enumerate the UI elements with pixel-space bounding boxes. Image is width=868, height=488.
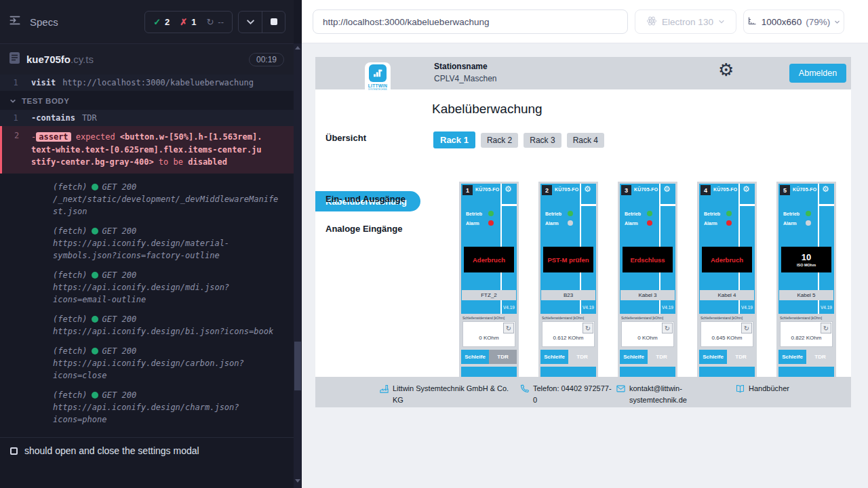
collapse-button[interactable] (239, 12, 262, 33)
status-display: PST-M prüfen (543, 247, 593, 272)
schleife-button[interactable]: Schleife (540, 350, 568, 364)
fetch-log-list: (fetch) GET 200 /_next/static/developmen… (0, 182, 294, 426)
tdr-button[interactable]: TDR (727, 350, 755, 364)
tdr-button[interactable]: TDR (489, 350, 517, 364)
next-test-row[interactable]: should open and close the settings modal (0, 437, 294, 464)
tdr-button[interactable]: TDR (806, 350, 834, 364)
firmware-version: V4.19 (741, 305, 753, 310)
device-card: 2 KÜ705-FO ⚙ Betrieb Alarm PST-M prüfen (538, 182, 598, 377)
footer-email: kontakt@littwin-systemtechnik.de (616, 383, 701, 406)
book-icon (735, 384, 745, 396)
tab-rack-4[interactable]: Rack 4 (567, 133, 604, 148)
spec-duration-badge: 00:19 (249, 53, 284, 66)
logout-button[interactable]: Abmelden (789, 64, 846, 83)
refresh-icon[interactable]: ↻ (503, 323, 514, 333)
tab-rack-1[interactable]: Rack 1 (433, 131, 475, 148)
resistance-label: Schleifenwiderstand [kOhm] (780, 316, 822, 320)
fetch-log-entry[interactable]: (fetch) GET 200 https://api.iconify.desi… (53, 314, 294, 338)
tdr-button[interactable]: TDR (648, 350, 675, 364)
card-gear-icon[interactable]: ⚙ (743, 185, 750, 193)
alarm-row: Alarm (545, 220, 573, 226)
scroll-up-arrow[interactable] (295, 46, 300, 49)
fetch-url: /_next/static/development/_devMiddleware… (53, 193, 282, 218)
refresh-icon[interactable]: ↻ (583, 323, 593, 333)
tdr-button[interactable]: TDR (568, 350, 596, 364)
stat-failed: ✗1 (180, 17, 196, 27)
card-gear-icon[interactable]: ⚙ (505, 185, 512, 193)
tab-rack-3[interactable]: Rack 3 (524, 133, 561, 148)
page-title: Kabelüberwachung (432, 102, 542, 117)
sidebar-item-analoge-eingaenge[interactable]: Analoge Eingänge (326, 224, 402, 234)
browser-select[interactable]: Electron 130 (635, 9, 736, 34)
fetch-log-entry[interactable]: (fetch) GET 200 https://api.iconify.desi… (53, 346, 294, 382)
settings-gear-icon[interactable]: ⚙ (718, 61, 734, 79)
stat-passed: ✓2 (153, 17, 170, 27)
device-cards: 1 KÜ705-FO ⚙ Betrieb Alarm Aderbruch (459, 182, 836, 377)
pending-icon: ↻ (206, 17, 214, 27)
app-sidebar: Übersicht Kabelüberwachung Ein- und Ausg… (315, 89, 427, 407)
fetch-log-entry[interactable]: (fetch) GET 200 /_next/static/developmen… (53, 182, 294, 218)
fetch-url: https://api.iconify.design/mdi.json?icon… (53, 281, 282, 306)
specs-label: Specs (30, 16, 58, 28)
resistance-label: Schleifenwiderstand [kOhm] (462, 316, 505, 320)
card-bottom-strip (540, 367, 596, 377)
scroll-down-arrow[interactable] (295, 479, 300, 483)
scrollbar-thumb[interactable] (294, 342, 301, 390)
schleife-button[interactable]: Schleife (699, 350, 727, 364)
cable-name: Kabel 4 (700, 290, 754, 300)
reporter-scrollbar[interactable] (294, 43, 302, 488)
resistance-value: 0.612 KOhm (542, 335, 594, 341)
resistance-value: 0 KOhm (463, 335, 515, 341)
command-contains[interactable]: 1 -contains TDR (0, 110, 294, 126)
status-unit: ISO MOhm (797, 263, 816, 267)
browser-toolbar: Electron 130 1000x660 (79%) (302, 0, 868, 43)
card-gear-icon[interactable]: ⚙ (663, 185, 671, 193)
status-ok-dot (92, 392, 98, 399)
status-display: Aderbruch (464, 247, 514, 272)
chevron-down-icon (718, 18, 725, 25)
resistance-value-box: ↻ 0.822 KOhm (780, 321, 833, 347)
specs-menu-icon[interactable] (8, 14, 22, 30)
schleife-button[interactable]: Schleife (461, 350, 489, 364)
resistance-label: Schleifenwiderstand [kOhm] (621, 316, 663, 320)
resistance-label: Schleifenwiderstand [kOhm] (542, 316, 584, 320)
card-gear-icon[interactable]: ⚙ (584, 185, 591, 193)
screenshot-stage: Specs ✓2 ✗1 ↻-- kue705fo.cy.ts 00:19 (0, 0, 868, 488)
card-gear-icon[interactable]: ⚙ (822, 185, 829, 193)
stop-button[interactable] (262, 12, 285, 33)
fetch-log-entry[interactable]: (fetch) GET 200 https://api.iconify.desi… (53, 270, 294, 306)
factory-icon (379, 384, 389, 396)
cable-name: FTZ_2 (462, 290, 516, 300)
card-number-badge: 2 (542, 185, 552, 195)
schleife-button[interactable]: Schleife (620, 350, 648, 364)
sidebar-item-ein-und-ausgaenge[interactable]: Ein- und Ausgänge (326, 194, 406, 204)
sidebar-item-uebersicht[interactable]: Übersicht (326, 133, 366, 143)
test-body-section[interactable]: TEST BODY (0, 91, 294, 110)
betrieb-led (568, 211, 573, 216)
fetch-url: https://api.iconify.design/bi.json?icons… (53, 325, 282, 338)
refresh-icon[interactable]: ↻ (821, 323, 831, 333)
command-visit[interactable]: 1 visit http://localhost:3000/kabelueber… (0, 75, 294, 91)
status-value: 10 (802, 252, 811, 263)
spec-file-ext: .cy.ts (71, 54, 94, 65)
command-assert-failed[interactable]: 2 -assert expected <button.w-[50%].h-[1.… (0, 126, 294, 174)
fetch-log-entry[interactable]: (fetch) GET 200 https://api.iconify.desi… (53, 390, 294, 426)
fetch-log-entry[interactable]: (fetch) GET 200 https://api.iconify.desi… (53, 226, 294, 262)
refresh-icon[interactable]: ↻ (741, 323, 752, 333)
card-bottom-strip (461, 367, 517, 377)
viewport-size-select[interactable]: 1000x660 (79%) (743, 9, 844, 34)
alarm-led (647, 220, 652, 226)
refresh-icon[interactable]: ↻ (662, 323, 673, 333)
phone-icon (519, 384, 530, 396)
url-input[interactable] (313, 9, 628, 34)
tab-rack-2[interactable]: Rack 2 (481, 133, 518, 148)
cable-name: Kabel 3 (620, 290, 675, 300)
betrieb-row: Betrieb (704, 211, 732, 216)
alarm-row: Alarm (466, 220, 494, 226)
schleife-button[interactable]: Schleife (778, 350, 806, 364)
spec-file-row[interactable]: kue705fo.cy.ts 00:19 (0, 43, 294, 75)
footer-manuals-link[interactable]: Handbücher (735, 383, 789, 396)
cypress-reporter-panel: Specs ✓2 ✗1 ↻-- kue705fo.cy.ts 00:19 (0, 0, 302, 488)
status-display: Erdschluss (623, 247, 673, 272)
reporter-header: Specs ✓2 ✗1 ↻-- (0, 0, 294, 43)
